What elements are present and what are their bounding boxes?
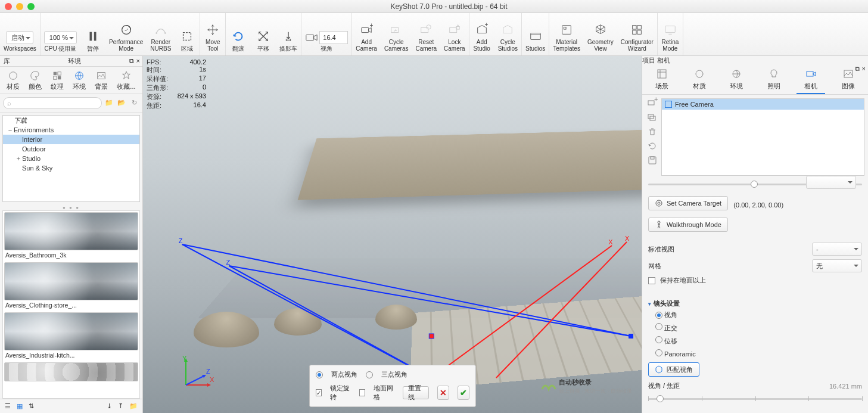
thumbnail-item[interactable]: Aversis_Clothing-store_...	[4, 262, 138, 311]
import-icon[interactable]: ⤓	[107, 402, 112, 410]
shift-radio[interactable]	[655, 336, 662, 343]
geometry-view-button[interactable]: Geometry View	[584, 13, 617, 55]
grid-select[interactable]: 无	[812, 259, 862, 272]
add-camera-icon[interactable]: +	[648, 98, 657, 108]
svg-rect-26	[58, 72, 61, 75]
pan-button[interactable]: 平移	[251, 13, 276, 55]
cpu-usage-dropdown[interactable]: 100 % CPU 使用量	[41, 13, 80, 55]
orthographic-radio[interactable]	[655, 323, 662, 330]
set-camera-target-button[interactable]: Set Camera Target	[648, 196, 728, 210]
svg-text:+: +	[654, 95, 658, 103]
perspective-radio[interactable]	[655, 312, 662, 319]
tab-material[interactable]: 材质	[685, 69, 714, 94]
camera-item-free[interactable]: Free Camera	[662, 99, 864, 110]
folder-open-icon[interactable]: 📁	[104, 97, 114, 108]
splitter-handle[interactable]: ● ● ●	[0, 204, 142, 210]
move-tool-button[interactable]: Move Tool	[200, 13, 225, 55]
retina-mode-button[interactable]: Retina Mode	[658, 13, 683, 55]
popout-icon[interactable]: ⧉	[855, 65, 860, 73]
list-view-icon[interactable]: ☰	[5, 402, 11, 410]
close-panel-icon[interactable]: ×	[862, 65, 866, 73]
region-button[interactable]: 区域	[175, 13, 200, 55]
add-camera-button[interactable]: +Add Camera	[352, 13, 381, 55]
cycle-cameras-button[interactable]: Cycle Cameras	[381, 13, 412, 55]
tab-favorites[interactable]: 收藏...	[117, 70, 135, 94]
distance-field[interactable]	[806, 176, 856, 189]
svg-text:Z: Z	[206, 368, 210, 375]
fov-field[interactable]: 16.4 视角	[301, 13, 351, 55]
tab-backplates[interactable]: 背景	[95, 70, 108, 94]
fov-slider[interactable]	[648, 394, 862, 403]
add-studio-button[interactable]: +Add Studio	[469, 13, 494, 55]
performance-mode-button[interactable]: Performance Mode	[105, 13, 147, 55]
render-viewport[interactable]: Z Z X X FPS:400.2 时间:1s 采样值:17 三角形:0 资源:…	[143, 56, 642, 413]
standard-view-select[interactable]: -	[812, 243, 862, 256]
panoramic-radio[interactable]	[655, 349, 662, 356]
lock-camera-button[interactable]: Lock Camera	[440, 13, 469, 55]
add-folder-icon[interactable]: 📁	[129, 402, 138, 410]
confirm-button[interactable]: ✔	[458, 386, 469, 400]
tab-scene[interactable]: 场景	[648, 69, 676, 94]
reset-camera-button[interactable]: Reset Camera	[412, 13, 440, 55]
pause-button[interactable]: 暂停	[80, 13, 105, 55]
reset-lines-button[interactable]: 重置线	[403, 386, 429, 399]
tab-materials[interactable]: 材质	[7, 70, 20, 94]
tree-item-outdoor[interactable]: Outdoor	[3, 144, 139, 154]
popout-icon[interactable]: ⧉	[129, 57, 134, 65]
tree-item-sunsky[interactable]: Sun & Sky	[3, 163, 139, 173]
zoom-icon[interactable]	[27, 3, 35, 10]
three-point-radio[interactable]	[366, 371, 373, 378]
tree-item-interior[interactable]: Interior	[3, 135, 139, 144]
duplicate-camera-icon[interactable]	[648, 113, 657, 122]
render-nurbs-button[interactable]: Render NURBS	[147, 13, 175, 55]
thumbnail-item[interactable]	[4, 362, 138, 385]
minimize-icon[interactable]	[16, 3, 23, 10]
close-panel-icon[interactable]: ×	[136, 57, 140, 65]
walkthrough-mode-button[interactable]: Walkthrough Mode	[648, 218, 728, 232]
studios-button[interactable]: Studios	[522, 13, 549, 55]
upload-icon[interactable]: ⤒	[118, 402, 123, 410]
svg-point-12	[427, 25, 431, 29]
tab-environment[interactable]: 环境	[722, 69, 751, 94]
search-input[interactable]	[3, 97, 102, 109]
dolly-button[interactable]: 摄影车	[276, 13, 301, 55]
two-point-radio[interactable]	[316, 371, 323, 378]
svg-rect-28	[58, 76, 61, 79]
ground-grid-checkbox[interactable]	[359, 389, 365, 396]
grid-view-icon[interactable]: ▦	[17, 402, 23, 410]
thumbnail-item[interactable]: Aversis_Industrial-kitch...	[4, 312, 138, 361]
tab-textures[interactable]: 纹理	[51, 70, 64, 94]
match-perspective-button[interactable]: 匹配视角	[648, 362, 699, 377]
cancel-button[interactable]: ✕	[437, 386, 449, 400]
svg-point-61	[658, 202, 660, 204]
axis-widget[interactable]: Y X Z	[175, 352, 217, 394]
delete-camera-icon[interactable]	[648, 127, 657, 136]
close-icon[interactable]	[5, 3, 12, 10]
window-controls	[5, 3, 35, 10]
tab-camera[interactable]: 相机	[797, 69, 825, 94]
keep-above-ground-checkbox[interactable]	[648, 277, 655, 284]
save-camera-icon[interactable]	[648, 156, 657, 165]
tree-item-studio[interactable]: +Studio	[3, 154, 139, 163]
sort-icon[interactable]: ⇅	[29, 402, 34, 410]
workspaces-dropdown[interactable]: 启动 Workspaces	[0, 13, 40, 55]
configurator-wizard-button[interactable]: Configurator Wizard	[617, 13, 657, 55]
refresh-icon[interactable]: ↻	[129, 97, 139, 108]
project-panel: 项目 相机 ⧉× 场景 材质 环境 照明 相机 图像 + Free Camera	[642, 56, 868, 413]
lens-section-header[interactable]: 镜头设置	[648, 299, 862, 308]
environment-tree[interactable]: 下载 −Environments Interior Outdoor +Studi…	[2, 115, 140, 202]
environment-thumbnails[interactable]: Aversis_Bathroom_3k Aversis_Clothing-sto…	[2, 210, 140, 399]
reset-camera-icon[interactable]	[648, 141, 657, 151]
camera-list[interactable]: Free Camera	[661, 98, 864, 176]
lock-rotation-checkbox[interactable]	[316, 389, 322, 396]
svg-point-60	[656, 200, 662, 206]
folder-add-icon[interactable]: 📂	[116, 97, 127, 108]
tab-environments[interactable]: 环境	[73, 70, 86, 94]
svg-rect-49	[658, 70, 666, 78]
cycle-studios-button[interactable]: Cycle Studios	[494, 13, 521, 55]
tumble-button[interactable]: 翻滚	[226, 13, 251, 55]
material-templates-button[interactable]: Material Templates	[549, 13, 584, 55]
tab-lighting[interactable]: 照明	[760, 69, 788, 94]
tab-colors[interactable]: 颜色	[29, 70, 42, 94]
thumbnail-item[interactable]: Aversis_Bathroom_3k	[4, 212, 138, 261]
